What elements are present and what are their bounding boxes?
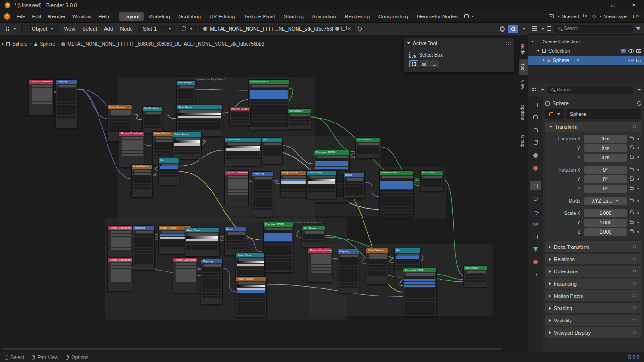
node-principled-bsdf[interactable]: Principled BSDF — [263, 222, 293, 273]
node-mix-shader[interactable]: Mix Shader — [463, 265, 487, 287]
drag-handle-icon[interactable] — [506, 41, 511, 46]
menu-help[interactable]: Help — [95, 12, 113, 21]
new-scene-icon[interactable] — [578, 15, 582, 18]
menu-edit[interactable]: Edit — [29, 12, 45, 21]
outliner-search-input[interactable] — [564, 26, 629, 31]
transform-panel-header[interactable]: Transform — [545, 122, 641, 132]
workspace-tab-modeling[interactable]: Modeling — [144, 12, 174, 21]
node-principled-bsdf[interactable]: Principled BSDF — [248, 79, 289, 130]
lock-icon[interactable] — [630, 187, 634, 190]
editor-menu-view[interactable]: View — [60, 25, 79, 33]
node-noise-texture[interactable]: Noise Texture — [131, 164, 153, 198]
collapse-triangle-icon[interactable] — [549, 126, 552, 128]
filter-icon[interactable] — [636, 27, 641, 30]
node-texture-coordinate[interactable]: Texture Coordinate — [119, 131, 144, 168]
node-dot-product[interactable]: Dot Product — [142, 106, 162, 133]
node-mix[interactable]: Mix — [158, 158, 179, 185]
node-color-ramp[interactable]: Color Ramp — [173, 132, 202, 159]
menu-window[interactable]: Window — [69, 12, 95, 21]
display-mode-icon[interactable] — [547, 26, 551, 31]
horizontal-scrollbar[interactable] — [2, 348, 502, 350]
section-shading[interactable]: Shading — [545, 303, 641, 313]
workspace-tab-uv-editing[interactable]: UV Editing — [205, 12, 239, 21]
node-texture-coordinate[interactable]: Texture Coordinate — [107, 225, 132, 259]
field-value[interactable]: 1.000 — [584, 228, 627, 236]
workspace-tab-rendering[interactable]: Rendering — [340, 12, 374, 21]
side-tab-tool[interactable]: Tool — [519, 59, 528, 75]
workspace-tab-sculpting[interactable]: Sculpting — [174, 12, 205, 21]
new-viewlayer-icon[interactable] — [630, 15, 634, 18]
side-tab-options[interactable]: Options — [519, 101, 528, 124]
world-properties-tab[interactable] — [530, 164, 541, 173]
material-browse-dropdown[interactable] — [178, 25, 197, 33]
node-texture-coordinate[interactable]: Texture Coordinate — [107, 257, 132, 291]
workspace-tab-layout[interactable]: Layout — [119, 12, 144, 21]
workspace-tab-compositing[interactable]: Compositing — [374, 12, 413, 21]
node-texture-coordinate[interactable]: Texture Coordinate — [224, 170, 249, 206]
animate-dot-icon[interactable] — [637, 169, 639, 171]
fake-user-icon[interactable] — [335, 27, 339, 31]
lock-icon[interactable] — [630, 147, 634, 149]
section-relations[interactable]: Relations — [545, 254, 641, 264]
pin-icon[interactable] — [636, 100, 642, 106]
field-value[interactable]: 0 m — [584, 154, 627, 162]
node-color-ramp[interactable]: Color Ramp — [224, 137, 261, 166]
overlays-toggle-button[interactable] — [508, 25, 518, 33]
output-properties-tab[interactable] — [530, 125, 541, 135]
eye-icon[interactable] — [628, 59, 634, 62]
editor-menu-node[interactable]: Node — [116, 25, 136, 33]
section-instancing[interactable]: Instancing — [545, 278, 641, 289]
section-motion-paths[interactable]: Motion Paths — [545, 290, 641, 301]
remove-viewlayer-icon[interactable]: ✕ — [636, 14, 639, 18]
animate-dot-icon[interactable] — [637, 212, 639, 214]
outliner-row-collection[interactable]: Collection ✓ — [528, 46, 644, 56]
object-browse-dropdown[interactable] — [545, 109, 564, 119]
object-name-field[interactable]: Sphere — [566, 109, 641, 119]
scene-properties-tab[interactable] — [530, 151, 541, 160]
checkbox-icon[interactable]: ✓ — [621, 49, 626, 53]
chevron-down-icon[interactable] — [541, 89, 544, 91]
outliner-row-scene-collection[interactable]: Scene Collection — [528, 37, 644, 46]
field-value[interactable]: 0 m — [584, 144, 627, 152]
lock-icon[interactable] — [630, 178, 634, 181]
node-image-texture[interactable]: Image Texture — [236, 276, 267, 318]
lock-icon[interactable] — [630, 137, 634, 140]
camera-icon[interactable] — [636, 49, 641, 53]
field-value[interactable]: XYZ Eu... — [584, 197, 627, 205]
animate-dot-icon[interactable] — [637, 138, 639, 140]
animate-dot-icon[interactable] — [637, 222, 639, 223]
chevron-down-icon[interactable] — [541, 28, 544, 30]
workspace-tab-animation[interactable]: Animation — [308, 12, 340, 21]
field-value[interactable]: 1.000 — [584, 219, 627, 227]
view-layer-properties-tab[interactable] — [530, 138, 541, 148]
outliner-row-sphere[interactable]: Sphere — [528, 56, 644, 65]
node-canvas[interactable]: Imperfection Edge Wear 1Imperfection Row… — [0, 35, 528, 352]
slot-dropdown[interactable]: Slot 1 — [139, 25, 175, 33]
drag-handle-icon[interactable] — [633, 125, 637, 129]
animate-dot-icon[interactable] — [637, 147, 639, 149]
node-noise-texture[interactable]: Noise Texture — [366, 248, 388, 285]
select-mode-extend-button[interactable] — [420, 60, 429, 67]
camera-icon[interactable] — [636, 59, 641, 62]
node-texture-coordinate[interactable]: Texture Coordinate — [28, 79, 54, 116]
node-color-ramp[interactable]: Color Ramp — [185, 228, 220, 257]
node-texture-coordinate[interactable]: Texture Coordinate — [173, 257, 197, 293]
expand-arrow-icon[interactable] — [537, 50, 540, 52]
constraints-properties-tab[interactable] — [530, 232, 541, 241]
properties-search-input[interactable] — [557, 87, 629, 92]
workspace-tab-texture-paint[interactable]: Texture Paint — [239, 12, 280, 21]
filter-dropdown-icon[interactable] — [638, 89, 641, 91]
side-tab-view[interactable]: View — [519, 76, 528, 93]
node-mapping[interactable]: Mapping — [338, 249, 359, 293]
node-color-ramp[interactable]: Color Ramp — [306, 170, 337, 199]
node-mix-shader[interactable]: Mix Shader — [355, 137, 380, 159]
unlink-scene-icon[interactable]: ✕ — [584, 14, 588, 18]
lock-icon[interactable] — [630, 212, 634, 214]
expand-arrow-icon[interactable] — [543, 59, 545, 62]
add-workspace-button[interactable] — [462, 13, 477, 20]
mode-dropdown[interactable]: Object — [21, 25, 58, 33]
overlays-dropdown-icon[interactable] — [522, 28, 525, 30]
blender-menu-icon[interactable] — [4, 13, 10, 20]
node-mapping[interactable]: Mapping — [252, 171, 273, 217]
select-mode-new-button[interactable] — [409, 60, 418, 67]
